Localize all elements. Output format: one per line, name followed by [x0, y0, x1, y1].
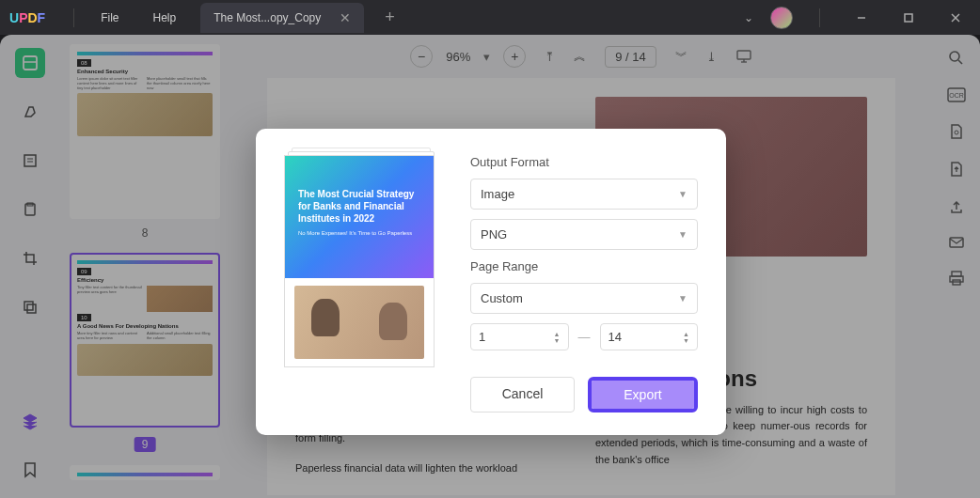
page-range-label: Page Range	[470, 259, 698, 273]
export-button-highlight: Export	[588, 377, 698, 412]
workspace: 08 Enhanced Security Lorem ipsum dolor s…	[0, 35, 980, 498]
app-logo: UPDF	[9, 10, 45, 25]
export-preview: The Most Crucial Strategy for Banks and …	[284, 155, 444, 412]
divider	[73, 8, 74, 27]
range-to-input[interactable]: 14 ▲▼	[600, 323, 699, 350]
document-tab[interactable]: The Most...opy_Copy ✕	[200, 3, 364, 33]
format-value: Image	[481, 187, 514, 201]
range-value: Custom	[481, 291, 523, 305]
range-from-input[interactable]: 1 ▲▼	[470, 323, 569, 350]
step-down-icon[interactable]: ▼	[554, 337, 561, 344]
maximize-button[interactable]	[893, 3, 924, 33]
preview-subtitle: No More Expenses! It's Time to Go Paperl…	[298, 230, 420, 238]
step-up-icon[interactable]: ▲	[683, 331, 689, 337]
user-avatar[interactable]	[770, 7, 793, 29]
cancel-button[interactable]: Cancel	[470, 377, 575, 412]
range-from-value: 1	[479, 330, 485, 344]
caret-down-icon: ▼	[678, 293, 688, 303]
caret-down-icon: ▼	[678, 229, 688, 240]
range-to-value: 14	[609, 330, 622, 344]
close-window-button[interactable]	[940, 3, 971, 33]
output-format-label: Output Format	[470, 155, 698, 169]
preview-title: The Most Crucial Strategy for Banks and …	[298, 188, 420, 225]
menu-help[interactable]: Help	[136, 11, 194, 24]
step-down-icon[interactable]: ▼	[683, 337, 689, 344]
export-button[interactable]: Export	[592, 381, 694, 409]
tab-title: The Most...opy_Copy	[213, 11, 321, 24]
minimize-button[interactable]	[846, 3, 877, 33]
svg-rect-1	[905, 14, 912, 22]
range-select[interactable]: Custom ▼	[470, 283, 698, 314]
caret-down-icon: ▼	[678, 189, 688, 199]
preview-image	[294, 286, 424, 359]
divider	[819, 8, 820, 27]
menu-file[interactable]: File	[84, 11, 135, 24]
add-tab-button[interactable]: +	[377, 8, 403, 27]
format-select[interactable]: Image ▼	[470, 179, 698, 210]
export-dialog: The Most Crucial Strategy for Banks and …	[256, 129, 726, 435]
filetype-select[interactable]: PNG ▼	[470, 219, 698, 250]
close-tab-icon[interactable]: ✕	[340, 10, 351, 25]
chevron-down-icon[interactable]: ⌄	[744, 11, 753, 24]
titlebar: UPDF File Help The Most...opy_Copy ✕ + ⌄	[0, 0, 980, 35]
step-up-icon[interactable]: ▲	[554, 331, 561, 337]
type-value: PNG	[481, 227, 507, 241]
export-form: Output Format Image ▼ PNG ▼ Page Range C…	[470, 155, 698, 412]
range-separator: —	[578, 330, 591, 344]
